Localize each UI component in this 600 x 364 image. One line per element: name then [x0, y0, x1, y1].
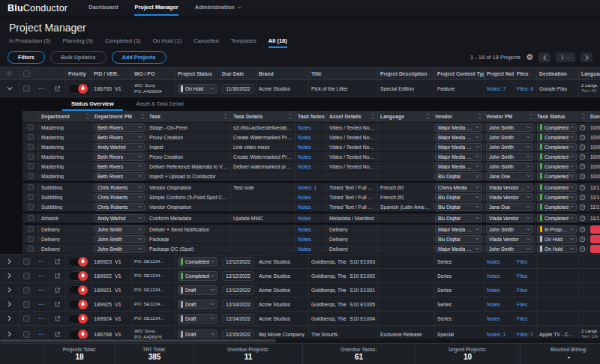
files-link[interactable]: Files: [517, 316, 527, 321]
department-pm-select[interactable]: Andy Warhol: [94, 143, 145, 151]
status-select[interactable]: On Hold: [537, 235, 577, 243]
sort-icon[interactable]: [581, 113, 586, 120]
row-checkbox[interactable]: [23, 315, 30, 322]
status-select[interactable]: Draft: [178, 300, 218, 309]
vendor-pm-select[interactable]: John Smith: [486, 153, 533, 161]
priority-toggle[interactable]: [68, 271, 88, 281]
task-notes-link[interactable]: Notes: [298, 154, 311, 160]
column-header-asset-details[interactable]: Asset Details: [327, 111, 378, 122]
status-select[interactable]: Completed: [537, 193, 577, 201]
status-select[interactable]: Completed: [537, 183, 577, 192]
department-pm-select[interactable]: Chris Roberts: [94, 193, 145, 201]
due-date-field[interactable]: 12/14/2022: [222, 314, 254, 324]
column-header-project-description[interactable]: Project Description: [378, 67, 435, 79]
files-link[interactable]: Files: [517, 259, 527, 264]
task-notes-link[interactable]: Notes: 1: [298, 185, 316, 190]
notes-link[interactable]: Notes: [487, 273, 500, 279]
column-header-title[interactable]: Title: [309, 67, 378, 79]
clock-icon[interactable]: [579, 184, 586, 191]
more-options-button[interactable]: ⋯: [38, 301, 46, 308]
column-header-department[interactable]: Department: [39, 111, 93, 122]
priority-toggle[interactable]: [68, 314, 88, 324]
notes-link[interactable]: Notes: [487, 259, 500, 264]
row-checkbox[interactable]: [28, 194, 34, 200]
pagination-next-button[interactable]: [580, 52, 592, 62]
more-options-button[interactable]: ⋯: [38, 331, 46, 338]
more-options-button[interactable]: ⋯: [38, 273, 46, 279]
page-select[interactable]: 1: [556, 52, 575, 62]
more-options-button[interactable]: ⋯: [38, 315, 46, 322]
open-project-icon[interactable]: [54, 287, 61, 294]
column-header-task-details[interactable]: Task Details: [231, 111, 296, 122]
add-projects-button[interactable]: Add Projects: [112, 51, 166, 64]
status-select[interactable]: Draft: [178, 285, 218, 295]
status-select[interactable]: Completed: [537, 203, 577, 211]
due-date-field[interactable]: 11/30/2022: [222, 84, 254, 94]
status-select[interactable]: Completed: [178, 257, 218, 267]
column-header-vendor[interactable]: Vendor: [434, 111, 484, 122]
task-notes-link[interactable]: Notes: [298, 195, 311, 200]
select-all-checkbox[interactable]: [23, 70, 30, 77]
files-link[interactable]: Files: [517, 302, 527, 307]
row-checkbox[interactable]: [28, 163, 34, 169]
clock-icon[interactable]: [579, 226, 586, 233]
settings-gear-icon[interactable]: ⚙: [526, 53, 533, 61]
vendor-select[interactable]: Major Media Service: [435, 133, 482, 142]
column-header-task-notes[interactable]: Task Notes: [296, 111, 327, 122]
column-header-project-notes[interactable]: Project Notes: [484, 67, 514, 79]
notes-link[interactable]: Notes: [487, 288, 500, 293]
row-checkbox[interactable]: [28, 154, 34, 160]
select-all-icon[interactable]: [7, 71, 13, 76]
vendor-select[interactable]: Major Media Service: [435, 124, 482, 132]
department-pm-select[interactable]: Beth Rivers: [94, 124, 145, 132]
sort-icon[interactable]: [86, 113, 90, 120]
department-pm-select[interactable]: John Smith: [94, 235, 145, 243]
status-select[interactable]: Completed: [537, 124, 577, 132]
tab-cancelled[interactable]: Cancelled: [194, 37, 218, 48]
vendor-pm-select[interactable]: John Smith: [486, 124, 533, 132]
status-select[interactable]: Completed: [178, 271, 218, 281]
vendor-select[interactable]: Blu Digital: [435, 203, 482, 211]
department-pm-select[interactable]: Beth Rivers: [94, 163, 145, 171]
priority-toggle[interactable]: [68, 84, 88, 94]
priority-toggle[interactable]: [68, 285, 88, 295]
department-pm-select[interactable]: Beth Rivers: [94, 172, 145, 181]
department-pm-select[interactable]: Andy Warhol: [94, 214, 145, 222]
files-link[interactable]: Files: 6: [517, 86, 533, 91]
horizontal-scrollbar[interactable]: [0, 339, 600, 343]
task-notes-link[interactable]: Notes: [298, 145, 311, 150]
vendor-select[interactable]: Blu Digital: [435, 214, 482, 222]
bulk-updates-button[interactable]: Bulk Updates: [50, 51, 106, 64]
column-header-wo-po[interactable]: WO / PO: [132, 67, 176, 79]
status-select[interactable]: On Hold: [178, 84, 218, 94]
column-header-files[interactable]: Files: [514, 67, 537, 79]
column-header-language[interactable]: Language: [378, 111, 434, 122]
task-notes-link[interactable]: Notes: [298, 237, 311, 242]
tab-all-18[interactable]: All (18): [268, 37, 287, 48]
column-header-due-date[interactable]: Due Date: [588, 111, 600, 122]
column-header-due-date[interactable]: Due Date: [220, 67, 256, 79]
department-pm-select[interactable]: Beth Rivers: [94, 133, 145, 142]
sort-icon[interactable]: [370, 113, 375, 120]
status-select[interactable]: On Hold: [537, 245, 577, 253]
vendor-pm-select[interactable]: John Smith: [486, 143, 533, 151]
task-notes-link[interactable]: Notes: [298, 216, 311, 221]
status-select[interactable]: In Progress: [537, 225, 577, 234]
column-header-project-content-type[interactable]: Project Content Type: [435, 67, 484, 79]
row-checkbox[interactable]: [28, 144, 34, 150]
vendor-select[interactable]: Blu Digital: [435, 235, 482, 243]
row-checkbox[interactable]: [28, 184, 34, 190]
department-pm-select[interactable]: John Smith: [94, 225, 145, 234]
row-checkbox[interactable]: [28, 236, 34, 242]
status-select[interactable]: Completed: [537, 214, 577, 222]
column-header-languages[interactable]: Languages: [579, 67, 600, 79]
vendor-select[interactable]: Blu Digital: [435, 193, 482, 201]
task-notes-link[interactable]: Notes: [298, 164, 311, 169]
sort-icon[interactable]: [140, 113, 145, 120]
row-expand-toggle[interactable]: [0, 297, 20, 311]
vendor-select[interactable]: Major Media Service: [435, 163, 482, 171]
row-checkbox[interactable]: [28, 204, 34, 210]
clock-icon[interactable]: [579, 236, 586, 243]
row-expand-toggle[interactable]: [0, 312, 20, 325]
more-options-button[interactable]: ⋯: [38, 287, 46, 294]
